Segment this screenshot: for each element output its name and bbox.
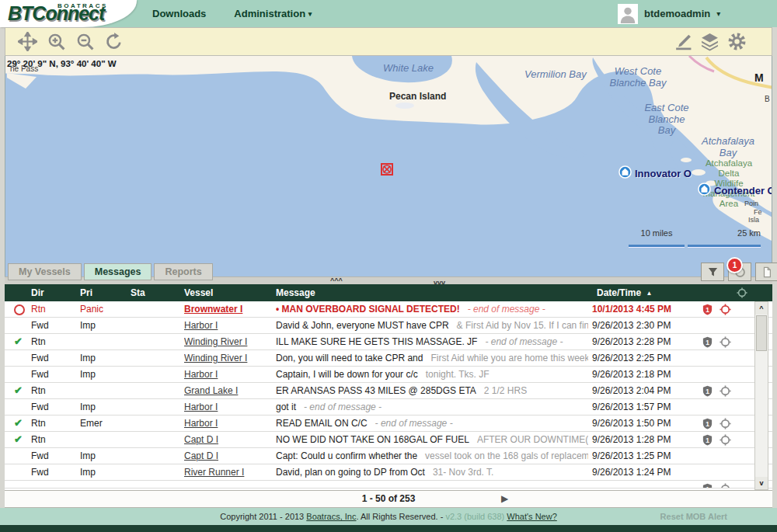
row-vessel: Harbor I — [184, 367, 271, 382]
row-status — [14, 367, 30, 382]
row-vessel: Harbor I — [184, 399, 271, 415]
scale-miles-bar — [629, 245, 685, 248]
row-vessel: Harbor I — [184, 318, 271, 333]
message-text: David & John, everyone MUST have CPR — [276, 320, 449, 331]
column-header-dir[interactable]: Dir — [31, 284, 44, 301]
locate-column-icon — [737, 287, 747, 298]
column-header-pri[interactable]: Pri — [80, 284, 92, 301]
message-row[interactable]: FwdImpHarbor IDavid & John, everyone MUS… — [5, 318, 772, 334]
row-datetime: 9/26/2013 1:28 PM — [592, 432, 696, 447]
message-row[interactable]: FwdImpCapt D ICapt: Could u confirm whet… — [5, 448, 772, 464]
locate-vessel-icon[interactable] — [720, 385, 731, 397]
message-row[interactable]: ✔RtnWinding River IILL MAKE SURE HE GETS… — [5, 334, 772, 350]
row-direction: Rtn — [31, 432, 76, 447]
row-message: got it- end of message - — [276, 399, 588, 415]
message-row[interactable]: FwdImpRiver Runner IDavid, plan on going… — [5, 464, 772, 481]
message-row[interactable]: FwdImpWinding River IDon, you will need … — [5, 350, 772, 367]
message-row-partial[interactable]: 1 — [5, 481, 772, 489]
vessel-marker-innovator-o[interactable]: Innovator O — [618, 165, 692, 182]
column-header-sta[interactable]: Sta — [131, 284, 145, 301]
message-row[interactable]: ✔RtnGrand Lake IER ARANSAS PASS 43 MILES… — [5, 383, 772, 399]
tab-reports[interactable]: Reports — [154, 263, 212, 280]
vessel-link[interactable]: Harbor I — [184, 418, 218, 429]
row-alert-icons — [702, 350, 745, 366]
table-scrollbar[interactable]: ^ v — [754, 301, 768, 490]
locate-vessel-icon[interactable] — [720, 336, 731, 348]
vessel-link[interactable]: Harbor I — [184, 402, 218, 412]
row-priority — [80, 383, 127, 398]
boatracs-link[interactable]: Boatracs, Inc — [306, 512, 356, 521]
map-canvas[interactable]: ne PassWhite LakePecan IslandVermilion B… — [5, 56, 772, 276]
alert-shield-icon[interactable]: 1 — [702, 434, 713, 446]
bottom-accent-strip — [0, 525, 777, 532]
vessel-link[interactable]: Harbor I — [184, 320, 218, 331]
boat-marker-icon[interactable] — [698, 183, 711, 199]
whats-new-link[interactable]: What's New? — [507, 512, 556, 521]
vessel-link[interactable]: Winding River I — [184, 353, 247, 363]
message-text-secondary: - end of message - — [485, 336, 563, 347]
refresh-icon[interactable] — [104, 32, 124, 51]
message-row[interactable]: FwdImpHarbor Igot it- end of message -9/… — [5, 399, 772, 416]
mob-alert-count-badge[interactable]: 1 — [726, 257, 743, 273]
next-page-button[interactable]: ▶ — [501, 493, 508, 504]
row-status: ✔ — [14, 334, 30, 349]
column-header-date-time[interactable]: Date/Time ▲ — [597, 284, 652, 301]
svg-text:1: 1 — [706, 387, 709, 395]
alert-shield-icon[interactable]: 1 — [702, 418, 713, 429]
tab-my-vessels[interactable]: My Vessels — [8, 263, 82, 280]
row-message: Captain, I will be down for your c/ctoni… — [276, 367, 588, 382]
locate-vessel-icon[interactable] — [720, 483, 731, 489]
alert-shield-icon[interactable]: 1 — [702, 385, 713, 397]
message-row[interactable]: ✔RtnCapt D INO WE DID NOT TAKE ON 168GAL… — [5, 432, 772, 448]
column-header-vessel[interactable]: Vessel — [184, 284, 213, 301]
message-row[interactable]: RtnPanicBrownwater I• MAN OVERBOARD SIGN… — [5, 301, 772, 318]
alert-shield-icon[interactable]: 1 — [702, 304, 713, 315]
report-button[interactable] — [755, 263, 777, 281]
vessel-link[interactable]: Grand Lake I — [184, 385, 238, 396]
scrollbar-thumb[interactable] — [756, 315, 767, 351]
boat-marker-icon[interactable] — [618, 165, 632, 182]
chevron-down-icon: ▾ — [716, 9, 720, 18]
vessel-link[interactable]: Capt D I — [184, 434, 218, 445]
vessel-marker-contender-o[interactable]: Contender O — [698, 183, 772, 199]
brand-logo[interactable]: BOATRACS BTConnect — [0, 0, 137, 27]
nav-administration[interactable]: Administration ▾ — [234, 8, 312, 19]
vessel-link[interactable]: River Runner I — [184, 467, 244, 478]
filter-button[interactable] — [701, 263, 724, 281]
alert-shield-icon[interactable]: 1 — [702, 336, 713, 348]
scroll-down-button[interactable]: v — [755, 477, 768, 489]
locate-vessel-icon[interactable] — [720, 418, 731, 429]
nav-downloads[interactable]: Downloads — [152, 8, 206, 19]
row-direction: Fwd — [31, 448, 76, 464]
vessel-link[interactable]: Winding River I — [184, 336, 247, 347]
column-header-message[interactable]: Message — [276, 284, 315, 301]
vessel-link[interactable]: Harbor I — [184, 369, 218, 380]
tab-messages[interactable]: Messages — [84, 263, 152, 280]
draw-icon[interactable] — [673, 32, 692, 51]
zoom-in-icon[interactable] — [47, 32, 66, 51]
row-datetime: 9/26/2013 1:25 PM — [592, 448, 696, 464]
vessel-link[interactable]: Brownwater I — [184, 304, 242, 315]
row-direction: Rtn — [31, 416, 76, 431]
scroll-up-button[interactable]: ^ — [755, 302, 768, 315]
splitter-collapse-handle[interactable]: ^^^ — [330, 276, 343, 284]
message-row[interactable]: ✔RtnEmerHarbor IREAD EMAIL ON C/C- end o… — [5, 416, 772, 432]
message-text: • MAN OVERBOARD SIGNAL DETECTED! — [276, 304, 460, 315]
pan-icon[interactable] — [18, 32, 37, 51]
map-toolbar-right — [673, 32, 747, 51]
locate-vessel-icon[interactable] — [720, 304, 731, 315]
vessel-link[interactable]: Capt D I — [184, 450, 218, 461]
reset-mob-alert-button[interactable]: Reset MOB Alert — [660, 508, 727, 525]
row-direction: Fwd — [31, 367, 76, 382]
gear-icon[interactable] — [727, 32, 747, 51]
zoom-out-icon[interactable] — [75, 32, 95, 51]
locate-vessel-icon[interactable] — [720, 434, 731, 446]
coordinates-readout: 29° 20' 9" N, 93° 40' 40" W — [7, 59, 117, 68]
layers-icon[interactable] — [700, 32, 720, 51]
alert-shield-icon[interactable]: 1 — [702, 483, 713, 489]
scale-km-label: 25 km — [688, 228, 761, 238]
mob-alert-marker[interactable] — [381, 163, 393, 176]
user-menu[interactable]: btdemoadmin ▾ — [618, 3, 720, 24]
message-row[interactable]: FwdImpHarbor ICaptain, I will be down fo… — [5, 367, 772, 383]
row-message: David, plan on going to DP from Oct31- N… — [276, 464, 588, 480]
